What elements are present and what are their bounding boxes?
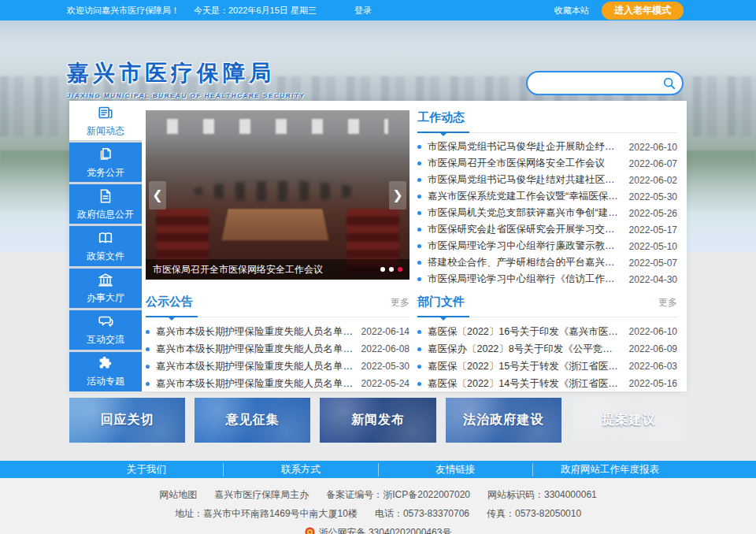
sidebar-item-label: 互动交流 [87, 333, 124, 347]
news-date: 2022-05-10 [629, 241, 677, 252]
favorite-link[interactable]: 收藏本站 [554, 5, 589, 17]
footer-info: 网站地图嘉兴市医疗保障局主办备案证编号：浙ICP备2022007020网站标识码… [0, 478, 756, 534]
carousel-dot[interactable] [389, 267, 394, 272]
chat-icon [97, 313, 114, 330]
page: 欢迎访问嘉兴市医疗保障局！ 今天是：2022年6月15日 星期三 登录 收藏本站… [0, 0, 756, 534]
news-list-item[interactable]: 嘉兴市医保系统党建工作会议暨“幸福医保”党建联... 2022-05-30 [417, 188, 677, 205]
sidebar: 新闻动态 党务公开 政府信息公开 政策文件 [69, 101, 142, 391]
search-box [526, 71, 684, 95]
topbar: 欢迎访问嘉兴市医疗保障局！ 今天是：2022年6月15日 星期三 登录 收藏本站… [0, 0, 756, 20]
footer-text: 地址：嘉兴市中环南路1469号中南大厦10楼 [175, 508, 358, 519]
news-date: 2022-05-24 [361, 378, 410, 389]
news-date: 2022-06-14 [361, 326, 410, 337]
carousel-caption[interactable]: 市医保局召开全市医保网络安全工作会议 [153, 263, 374, 276]
news-date: 2022-05-30 [629, 191, 677, 202]
footer-nav-link[interactable]: 联系方式 [224, 463, 378, 477]
news-list-item[interactable]: 嘉兴市本级长期护理保险重度失能人员名单公示（2... 2022-05-24 [146, 375, 410, 392]
section-title: 公示公告 [146, 295, 193, 310]
sidebar-item-label: 党务公开 [87, 166, 124, 180]
carousel-dot[interactable] [398, 267, 402, 272]
bullet-icon [146, 382, 150, 386]
sidebar-item[interactable]: 互动交流 [69, 310, 142, 350]
login-link[interactable]: 登录 [354, 5, 372, 17]
sidebar-item-label: 活动专题 [87, 375, 124, 388]
news-date: 2022-06-08 [361, 343, 410, 354]
bullet-icon [417, 277, 421, 281]
search-input[interactable] [537, 77, 662, 90]
elder-mode-button[interactable]: 进入老年模式 [602, 2, 684, 20]
carousel-dot[interactable] [380, 267, 385, 272]
footer-nav-link[interactable]: 政府网站工作年度报表 [533, 463, 687, 477]
puzzle-icon [97, 354, 114, 372]
work-news-list: 市医保局党组书记马俊华赴企开展助企纾困活动 2022-06-10 市医保局召开全… [417, 139, 677, 287]
sidebar-item[interactable]: 活动专题 [69, 352, 142, 391]
carousel-next-icon[interactable]: ❯ [389, 181, 406, 210]
more-link[interactable]: 更多 [658, 296, 677, 310]
sidebar-item[interactable]: 政府信息公开 [69, 184, 142, 224]
news-list-item[interactable]: 嘉医保办〔2022〕8号关于印发《公平竞争审查... 2022-06-09 [417, 340, 677, 358]
document-icon [97, 187, 114, 205]
search-icon[interactable] [662, 76, 676, 91]
bullet-icon [417, 211, 421, 215]
security-badge-icon [305, 527, 315, 534]
bullet-icon [146, 347, 150, 351]
footer-text: 备案证编号：浙ICP备2022007020 [326, 489, 470, 500]
bullet-icon [417, 261, 421, 265]
news-carousel[interactable]: ❮ ❯ 市医保局召开全市医保网络安全工作会议 [146, 110, 410, 280]
news-date: 2022-06-07 [629, 158, 677, 169]
bullet-icon [417, 347, 421, 351]
news-list-item[interactable]: 市医保局理论学习中心组举行《信访工作条例》专题... 2022-04-30 [417, 271, 677, 287]
news-list-item[interactable]: 市医保局召开全市医保网络安全工作会议 2022-06-07 [417, 155, 677, 172]
shortcut-banners: 回应关切 意见征集 新闻发布 法治政府建设 提案建议 [69, 398, 687, 443]
welcome-text: 欢迎访问嘉兴市医疗保障局！ [67, 5, 180, 17]
pages-icon [97, 146, 114, 163]
news-date: 2022-05-26 [629, 208, 677, 219]
bullet-icon [417, 195, 421, 198]
book-icon [97, 229, 114, 247]
news-list-item[interactable]: 嘉兴市本级长期护理保险重度失能人员名单公示（2... 2022-06-08 [146, 340, 410, 358]
shortcut-banner[interactable]: 意见征集 [195, 398, 310, 443]
sidebar-item[interactable]: 政策文件 [69, 226, 142, 265]
shortcut-banner[interactable]: 回应关切 [69, 398, 185, 443]
news-list-item[interactable]: 市医保局机关党总支部获评嘉兴市争创“建设清廉机... 2022-05-26 [417, 205, 677, 221]
news-date: 2022-05-07 [629, 258, 677, 269]
bank-icon [97, 271, 114, 288]
news-list-item[interactable]: 嘉兴市本级长期护理保险重度失能人员名单公示（2... 2022-05-30 [146, 358, 410, 375]
news-date: 2022-06-03 [629, 361, 677, 372]
news-list-item[interactable]: 市医保研究会赴省医保研究会开展学习交流活动 2022-05-17 [417, 221, 677, 238]
news-list-item[interactable]: 嘉医保〔2022〕16号关于印发《嘉兴市医疗保... 2022-06-10 [417, 323, 677, 340]
news-list-item[interactable]: 市医保局党组书记马俊华赴结对共建社区指导全国文... 2022-06-02 [417, 172, 677, 188]
news-list-item[interactable]: 嘉兴市本级长期护理保险重度失能人员名单公示（2... 2022-06-14 [146, 323, 410, 340]
site-logo: 嘉兴市医疗保障局 JIAXING MUNICIPAL BUREAU OF HEA… [67, 58, 305, 99]
news-list-item[interactable]: 嘉医保〔2022〕14号关于转发《浙江省医疗保... 2022-05-16 [417, 375, 677, 392]
date-text: 今天是：2022年6月15日 星期三 [194, 5, 317, 17]
news-list-item[interactable]: 搭建校企合作、产学研相结合的平台嘉兴市长期护理... 2022-05-07 [417, 254, 677, 271]
shortcut-banner[interactable]: 法治政府建设 [446, 398, 561, 443]
section-department-files: 部门文件 更多 嘉医保〔2022〕16号关于印发《嘉兴市医疗保... 2022-… [417, 295, 677, 392]
news-date: 2022-04-30 [629, 274, 677, 285]
main-content-card: 新闻动态 党务公开 政府信息公开 政策文件 [69, 101, 687, 391]
sidebar-item-label: 政策文件 [87, 250, 124, 263]
footer-nav-link[interactable]: 友情链接 [379, 463, 533, 477]
bullet-icon [417, 178, 421, 182]
news-list-item[interactable]: 市医保局理论学习中心组举行廉政警示教育专题学习... 2022-05-10 [417, 238, 677, 254]
bullet-icon [417, 330, 421, 334]
sidebar-item[interactable]: 办事大厅 [69, 269, 142, 308]
sidebar-item[interactable]: 党务公开 [69, 143, 142, 182]
carousel-prev-icon[interactable]: ❮ [149, 181, 166, 210]
bullet-icon [417, 365, 421, 369]
news-date: 2022-06-02 [629, 175, 677, 186]
shortcut-banner[interactable]: 新闻发布 [320, 398, 435, 443]
shortcut-banner[interactable]: 提案建议 [571, 398, 687, 443]
news-list-item[interactable]: 嘉医保〔2022〕15号关于转发《浙江省医疗保... 2022-06-03 [417, 358, 677, 375]
security-record-text[interactable]: 浙公网安备 33040202000463号 [319, 527, 452, 534]
bullet-icon [417, 382, 421, 386]
sidebar-item[interactable]: 新闻动态 [69, 101, 142, 140]
footer-text: 网站地图 [159, 489, 197, 500]
news-list-item[interactable]: 市医保局党组书记马俊华赴企开展助企纾困活动 2022-06-10 [417, 139, 677, 155]
more-link[interactable]: 更多 [391, 296, 410, 310]
carousel-caption-bar: 市医保局召开全市医保网络安全工作会议 [146, 259, 410, 280]
footer-nav-link[interactable]: 关于我们 [69, 463, 224, 477]
section-title: 部门文件 [417, 295, 465, 310]
notice-list: 嘉兴市本级长期护理保险重度失能人员名单公示（2... 2022-06-14 嘉兴… [146, 323, 410, 392]
